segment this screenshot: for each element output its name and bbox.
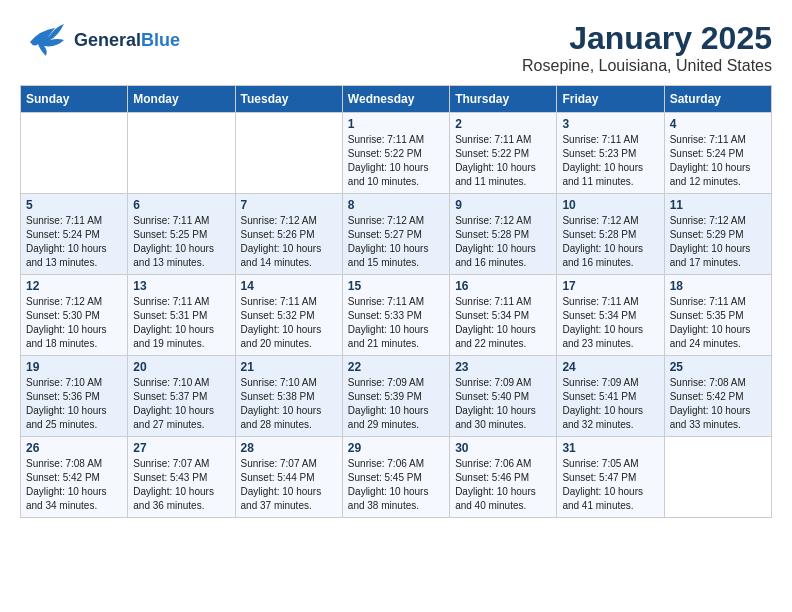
day-info: Sunrise: 7:08 AM Sunset: 5:42 PM Dayligh… — [26, 457, 122, 513]
calendar-cell: 11Sunrise: 7:12 AM Sunset: 5:29 PM Dayli… — [664, 194, 771, 275]
day-info: Sunrise: 7:11 AM Sunset: 5:32 PM Dayligh… — [241, 295, 337, 351]
calendar-cell — [235, 113, 342, 194]
calendar-cell: 7Sunrise: 7:12 AM Sunset: 5:26 PM Daylig… — [235, 194, 342, 275]
day-info: Sunrise: 7:11 AM Sunset: 5:35 PM Dayligh… — [670, 295, 766, 351]
calendar-cell: 8Sunrise: 7:12 AM Sunset: 5:27 PM Daylig… — [342, 194, 449, 275]
day-number: 17 — [562, 279, 658, 293]
day-info: Sunrise: 7:11 AM Sunset: 5:22 PM Dayligh… — [455, 133, 551, 189]
day-number: 5 — [26, 198, 122, 212]
calendar-cell: 17Sunrise: 7:11 AM Sunset: 5:34 PM Dayli… — [557, 275, 664, 356]
subtitle: Rosepine, Louisiana, United States — [522, 57, 772, 75]
main-title: January 2025 — [522, 20, 772, 57]
calendar-cell: 16Sunrise: 7:11 AM Sunset: 5:34 PM Dayli… — [450, 275, 557, 356]
calendar-cell: 27Sunrise: 7:07 AM Sunset: 5:43 PM Dayli… — [128, 437, 235, 518]
day-number: 24 — [562, 360, 658, 374]
calendar-week-1: 1Sunrise: 7:11 AM Sunset: 5:22 PM Daylig… — [21, 113, 772, 194]
day-number: 29 — [348, 441, 444, 455]
day-number: 6 — [133, 198, 229, 212]
day-info: Sunrise: 7:11 AM Sunset: 5:34 PM Dayligh… — [562, 295, 658, 351]
calendar-cell: 26Sunrise: 7:08 AM Sunset: 5:42 PM Dayli… — [21, 437, 128, 518]
logo: GeneralBlue — [20, 20, 180, 60]
logo-general: General — [74, 30, 141, 50]
day-info: Sunrise: 7:06 AM Sunset: 5:45 PM Dayligh… — [348, 457, 444, 513]
calendar-cell: 10Sunrise: 7:12 AM Sunset: 5:28 PM Dayli… — [557, 194, 664, 275]
calendar-cell: 22Sunrise: 7:09 AM Sunset: 5:39 PM Dayli… — [342, 356, 449, 437]
day-header-sunday: Sunday — [21, 86, 128, 113]
calendar-cell: 13Sunrise: 7:11 AM Sunset: 5:31 PM Dayli… — [128, 275, 235, 356]
calendar-cell: 14Sunrise: 7:11 AM Sunset: 5:32 PM Dayli… — [235, 275, 342, 356]
day-number: 20 — [133, 360, 229, 374]
calendar-cell — [128, 113, 235, 194]
day-number: 9 — [455, 198, 551, 212]
calendar-cell: 12Sunrise: 7:12 AM Sunset: 5:30 PM Dayli… — [21, 275, 128, 356]
day-number: 3 — [562, 117, 658, 131]
calendar-cell — [21, 113, 128, 194]
day-info: Sunrise: 7:09 AM Sunset: 5:41 PM Dayligh… — [562, 376, 658, 432]
day-info: Sunrise: 7:11 AM Sunset: 5:31 PM Dayligh… — [133, 295, 229, 351]
day-info: Sunrise: 7:12 AM Sunset: 5:26 PM Dayligh… — [241, 214, 337, 270]
calendar-cell: 18Sunrise: 7:11 AM Sunset: 5:35 PM Dayli… — [664, 275, 771, 356]
title-block: January 2025 Rosepine, Louisiana, United… — [522, 20, 772, 75]
day-info: Sunrise: 7:11 AM Sunset: 5:34 PM Dayligh… — [455, 295, 551, 351]
calendar-cell — [664, 437, 771, 518]
calendar-cell: 5Sunrise: 7:11 AM Sunset: 5:24 PM Daylig… — [21, 194, 128, 275]
calendar-week-4: 19Sunrise: 7:10 AM Sunset: 5:36 PM Dayli… — [21, 356, 772, 437]
calendar-cell: 20Sunrise: 7:10 AM Sunset: 5:37 PM Dayli… — [128, 356, 235, 437]
day-number: 28 — [241, 441, 337, 455]
day-info: Sunrise: 7:11 AM Sunset: 5:24 PM Dayligh… — [26, 214, 122, 270]
calendar-week-2: 5Sunrise: 7:11 AM Sunset: 5:24 PM Daylig… — [21, 194, 772, 275]
day-number: 13 — [133, 279, 229, 293]
day-number: 15 — [348, 279, 444, 293]
day-info: Sunrise: 7:09 AM Sunset: 5:40 PM Dayligh… — [455, 376, 551, 432]
day-info: Sunrise: 7:09 AM Sunset: 5:39 PM Dayligh… — [348, 376, 444, 432]
day-info: Sunrise: 7:08 AM Sunset: 5:42 PM Dayligh… — [670, 376, 766, 432]
day-info: Sunrise: 7:12 AM Sunset: 5:30 PM Dayligh… — [26, 295, 122, 351]
calendar-cell: 6Sunrise: 7:11 AM Sunset: 5:25 PM Daylig… — [128, 194, 235, 275]
day-info: Sunrise: 7:10 AM Sunset: 5:36 PM Dayligh… — [26, 376, 122, 432]
day-header-saturday: Saturday — [664, 86, 771, 113]
day-number: 10 — [562, 198, 658, 212]
day-number: 2 — [455, 117, 551, 131]
calendar-week-5: 26Sunrise: 7:08 AM Sunset: 5:42 PM Dayli… — [21, 437, 772, 518]
logo-blue: Blue — [141, 30, 180, 50]
day-header-tuesday: Tuesday — [235, 86, 342, 113]
day-info: Sunrise: 7:11 AM Sunset: 5:23 PM Dayligh… — [562, 133, 658, 189]
day-header-monday: Monday — [128, 86, 235, 113]
calendar-cell: 3Sunrise: 7:11 AM Sunset: 5:23 PM Daylig… — [557, 113, 664, 194]
day-header-thursday: Thursday — [450, 86, 557, 113]
logo-text: GeneralBlue — [74, 30, 180, 51]
day-number: 7 — [241, 198, 337, 212]
calendar-cell: 31Sunrise: 7:05 AM Sunset: 5:47 PM Dayli… — [557, 437, 664, 518]
day-number: 19 — [26, 360, 122, 374]
day-number: 23 — [455, 360, 551, 374]
day-number: 11 — [670, 198, 766, 212]
calendar-cell: 28Sunrise: 7:07 AM Sunset: 5:44 PM Dayli… — [235, 437, 342, 518]
day-number: 25 — [670, 360, 766, 374]
calendar-cell: 21Sunrise: 7:10 AM Sunset: 5:38 PM Dayli… — [235, 356, 342, 437]
calendar-cell: 23Sunrise: 7:09 AM Sunset: 5:40 PM Dayli… — [450, 356, 557, 437]
day-number: 16 — [455, 279, 551, 293]
day-info: Sunrise: 7:05 AM Sunset: 5:47 PM Dayligh… — [562, 457, 658, 513]
day-number: 27 — [133, 441, 229, 455]
day-number: 1 — [348, 117, 444, 131]
day-number: 4 — [670, 117, 766, 131]
day-info: Sunrise: 7:12 AM Sunset: 5:29 PM Dayligh… — [670, 214, 766, 270]
day-number: 30 — [455, 441, 551, 455]
day-header-wednesday: Wednesday — [342, 86, 449, 113]
day-info: Sunrise: 7:12 AM Sunset: 5:28 PM Dayligh… — [455, 214, 551, 270]
page-header: GeneralBlue January 2025 Rosepine, Louis… — [20, 20, 772, 75]
day-info: Sunrise: 7:11 AM Sunset: 5:25 PM Dayligh… — [133, 214, 229, 270]
calendar-cell: 1Sunrise: 7:11 AM Sunset: 5:22 PM Daylig… — [342, 113, 449, 194]
day-info: Sunrise: 7:12 AM Sunset: 5:27 PM Dayligh… — [348, 214, 444, 270]
calendar-cell: 25Sunrise: 7:08 AM Sunset: 5:42 PM Dayli… — [664, 356, 771, 437]
day-info: Sunrise: 7:12 AM Sunset: 5:28 PM Dayligh… — [562, 214, 658, 270]
calendar-cell: 4Sunrise: 7:11 AM Sunset: 5:24 PM Daylig… — [664, 113, 771, 194]
day-number: 14 — [241, 279, 337, 293]
calendar-cell: 15Sunrise: 7:11 AM Sunset: 5:33 PM Dayli… — [342, 275, 449, 356]
day-info: Sunrise: 7:10 AM Sunset: 5:37 PM Dayligh… — [133, 376, 229, 432]
day-info: Sunrise: 7:10 AM Sunset: 5:38 PM Dayligh… — [241, 376, 337, 432]
day-info: Sunrise: 7:07 AM Sunset: 5:43 PM Dayligh… — [133, 457, 229, 513]
calendar-header-row: SundayMondayTuesdayWednesdayThursdayFrid… — [21, 86, 772, 113]
calendar-cell: 24Sunrise: 7:09 AM Sunset: 5:41 PM Dayli… — [557, 356, 664, 437]
calendar-cell: 19Sunrise: 7:10 AM Sunset: 5:36 PM Dayli… — [21, 356, 128, 437]
